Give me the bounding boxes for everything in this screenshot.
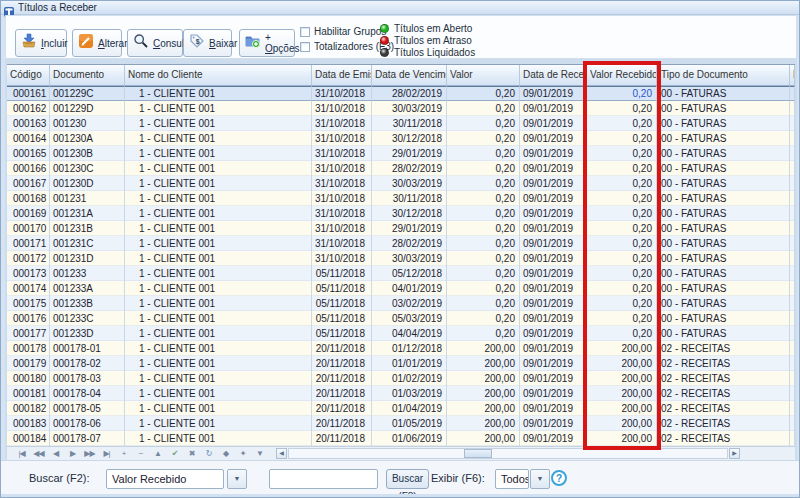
table-row[interactable]: 000180000178-031 - CLIENTE 00120/11/2018…: [7, 371, 795, 386]
cell: 1 - CLIENTE 001: [125, 161, 312, 176]
table-row[interactable]: 0001680012311 - CLIENTE 00131/10/201830/…: [7, 191, 795, 206]
cell: [790, 116, 795, 131]
table-row[interactable]: 000179000178-021 - CLIENTE 00120/11/2018…: [7, 356, 795, 371]
cell: 05/11/2018: [312, 326, 372, 341]
cell: 000164: [7, 131, 50, 146]
first-button[interactable]: |◀: [13, 449, 30, 458]
search-field-dropdown[interactable]: Valor Recebido: [106, 469, 224, 489]
cell: 1 - CLIENTE 001: [125, 206, 312, 221]
rewind-button[interactable]: ◀◀: [30, 449, 47, 458]
cell: [790, 131, 795, 146]
db-navigator: |◀◀◀◀▶▶▶▶|+−▲✔✖↻◆✦▼: [13, 449, 268, 458]
column-header-c-digo[interactable]: Código: [7, 65, 50, 85]
table-row[interactable]: 000175001233B1 - CLIENTE 00105/11/201803…: [7, 296, 795, 311]
cell: 000166: [7, 161, 50, 176]
last-button[interactable]: ▶|: [98, 449, 115, 458]
table-row[interactable]: 000182000178-051 - CLIENTE 00120/11/2018…: [7, 401, 795, 416]
habilitar-grupos-checkbox[interactable]: Habilitar Grupos: [300, 26, 386, 37]
cell: 000178-04: [50, 386, 125, 401]
table-row[interactable]: 000176001233C1 - CLIENTE 00105/11/201805…: [7, 311, 795, 326]
help-icon[interactable]: ?: [551, 470, 567, 486]
forward-button[interactable]: ▶▶: [81, 449, 98, 458]
cell: 0,20: [587, 116, 657, 131]
table-row[interactable]: 000162001229D1 - CLIENTE 00131/10/201830…: [7, 101, 795, 116]
refresh-button[interactable]: ↻: [200, 449, 217, 458]
cell: 0,20: [447, 281, 520, 296]
table-row[interactable]: 000183000178-061 - CLIENTE 00120/11/2018…: [7, 416, 795, 431]
table-row[interactable]: 000184000178-071 - CLIENTE 00120/11/2018…: [7, 431, 795, 446]
column-header-data-de-recebimento[interactable]: Data de Recebimento: [520, 65, 587, 85]
cell: [790, 161, 795, 176]
column-header-data-de-emiss-o[interactable]: Data de Emissão: [312, 65, 372, 85]
title-bar[interactable]: Títulos a Receber: [1, 1, 799, 15]
incluir-button[interactable]: Incluir: [15, 29, 67, 57]
table-row[interactable]: 000167001230D1 - CLIENTE 00131/10/201830…: [7, 176, 795, 191]
insert-button[interactable]: +: [115, 449, 132, 458]
table-row[interactable]: 000172001231D1 - CLIENTE 00131/10/201830…: [7, 251, 795, 266]
opcoes-button[interactable]: + Opções: [239, 29, 295, 57]
cell: 0,20: [587, 191, 657, 206]
column-header-f[interactable]: F: [790, 65, 795, 85]
table-row[interactable]: 000165001230B1 - CLIENTE 00131/10/201829…: [7, 146, 795, 161]
checkbox-box[interactable]: [300, 27, 310, 37]
table-row[interactable]: 000178000178-011 - CLIENTE 00120/11/2018…: [7, 341, 795, 356]
cell: 00 - FATURAS: [657, 281, 790, 296]
column-header-documento[interactable]: Documento: [50, 65, 125, 85]
cell: 01/06/2019: [372, 431, 447, 446]
cell: 001233A: [50, 281, 125, 296]
table-row[interactable]: 000177001233D1 - CLIENTE 00105/11/201804…: [7, 326, 795, 341]
cell: 04/04/2019: [372, 326, 447, 341]
bookmark-button[interactable]: ◆: [217, 449, 234, 458]
cell: 1 - CLIENTE 001: [125, 176, 312, 191]
cell: 1 - CLIENTE 001: [125, 401, 312, 416]
column-header-tipo-de-documento[interactable]: Tipo de Documento: [657, 65, 790, 85]
cell: 0,20: [447, 311, 520, 326]
table-row[interactable]: 000170001231B1 - CLIENTE 00131/10/201829…: [7, 221, 795, 236]
cell: 1 - CLIENTE 001: [125, 101, 312, 116]
baixar-button[interactable]: $ Baixar: [183, 29, 232, 57]
hscroll-right-button[interactable]: ▶: [729, 448, 740, 459]
column-header-nome-do-cliente[interactable]: Nome do Cliente: [125, 65, 312, 85]
exibir-dropdown[interactable]: Todos: [495, 469, 529, 489]
prior-button[interactable]: ◀: [47, 449, 64, 458]
post-button[interactable]: ✔: [166, 449, 183, 458]
cell: 05/11/2018: [312, 296, 372, 311]
table-row[interactable]: 000164001230A1 - CLIENTE 00131/10/201830…: [7, 131, 795, 146]
hscrollbar-track[interactable]: [288, 448, 728, 459]
hscroll-left-button[interactable]: ◀: [276, 448, 287, 459]
column-header-valor[interactable]: Valor: [447, 65, 520, 85]
box-in-icon: [21, 33, 37, 53]
cell: [790, 371, 795, 386]
cell: [790, 176, 795, 191]
table-row[interactable]: 000166001230C1 - CLIENTE 00131/10/201828…: [7, 161, 795, 176]
table-row[interactable]: 000174001233A1 - CLIENTE 00105/11/201804…: [7, 281, 795, 296]
cell: 00 - FATURAS: [657, 176, 790, 191]
edit-button[interactable]: ▲: [149, 449, 166, 458]
next-button[interactable]: ▶: [64, 449, 81, 458]
cell: 000161: [7, 86, 50, 101]
hscrollbar-thumb[interactable]: [464, 449, 492, 458]
cell: 000178-06: [50, 416, 125, 431]
alterar-button[interactable]: Alterar: [72, 29, 122, 57]
column-header-valor-recebido[interactable]: Valor Recebido: [587, 65, 657, 85]
search-input[interactable]: [269, 469, 378, 489]
goto-bookmark-button[interactable]: ✦: [234, 449, 251, 458]
table-row[interactable]: 000169001231A1 - CLIENTE 00131/10/201830…: [7, 206, 795, 221]
cell: 0,20: [447, 296, 520, 311]
buscar-f8-button[interactable]: Buscar (F8): [386, 469, 429, 489]
table-row[interactable]: 000161001229C1 - CLIENTE 00131/10/201828…: [7, 86, 795, 101]
column-header-data-de-vencimento[interactable]: Data de Vencimento: [372, 65, 447, 85]
checkbox-box[interactable]: [300, 42, 310, 52]
cancel-button[interactable]: ✖: [183, 449, 200, 458]
filter-button[interactable]: ▼: [251, 449, 268, 458]
chevron-down-icon[interactable]: ▼: [227, 469, 247, 489]
table-row[interactable]: 0001630012301 - CLIENTE 00131/10/201830/…: [7, 116, 795, 131]
chevron-down-icon[interactable]: ▼: [530, 469, 550, 489]
table-row[interactable]: 000181000178-041 - CLIENTE 00120/11/2018…: [7, 386, 795, 401]
table-row[interactable]: 000171001231C1 - CLIENTE 00131/10/201828…: [7, 236, 795, 251]
cell: 001231D: [50, 251, 125, 266]
delete-button[interactable]: −: [132, 449, 149, 458]
cell: 09/01/2019: [520, 266, 587, 281]
consultar-button[interactable]: Consultar: [127, 29, 183, 57]
table-row[interactable]: 0001730012331 - CLIENTE 00105/11/201805/…: [7, 266, 795, 281]
